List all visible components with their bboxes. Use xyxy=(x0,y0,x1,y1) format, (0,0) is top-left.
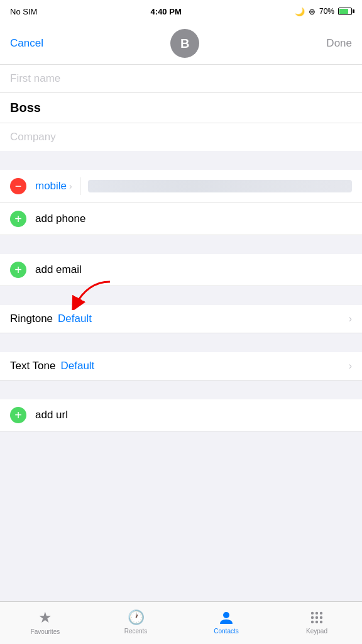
svg-point-7 xyxy=(320,616,322,618)
status-bar: No SIM 4:40 PM 🌙 ⊕ 70% xyxy=(0,0,362,23)
ringtone-label: Ringtone xyxy=(10,313,53,325)
tab-keypad[interactable]: Keypad xyxy=(272,609,362,635)
phone-number-field[interactable] xyxy=(88,180,352,192)
add-phone-row[interactable]: + add phone xyxy=(0,203,362,235)
text-tone-section: Text Tone Default › xyxy=(0,352,362,380)
status-indicators: 🌙 ⊕ 70% xyxy=(295,7,352,16)
mobile-chevron: › xyxy=(69,181,72,191)
recents-label: Recents xyxy=(124,628,148,635)
wifi-icon: ⊕ xyxy=(309,7,315,16)
text-tone-chevron: › xyxy=(349,360,352,372)
time-label: 4:40 PM xyxy=(151,7,182,16)
tab-contacts[interactable]: Contacts xyxy=(181,609,272,635)
add-phone-button[interactable]: + xyxy=(10,211,26,227)
url-section: + add url xyxy=(0,399,362,431)
svg-point-5 xyxy=(311,616,314,618)
svg-point-1 xyxy=(223,612,229,618)
ringtone-value: Default xyxy=(58,313,92,325)
remove-phone-button[interactable]: − xyxy=(10,178,26,194)
add-url-label: add url xyxy=(35,409,68,421)
svg-point-10 xyxy=(320,620,322,623)
ringtone-section: Ringtone Default › xyxy=(0,305,362,333)
svg-point-4 xyxy=(320,611,322,614)
section-divider-5 xyxy=(0,380,362,399)
first-name-placeholder: First name xyxy=(10,72,60,84)
text-tone-value: Default xyxy=(60,360,94,372)
add-url-button[interactable]: + xyxy=(10,407,26,423)
cancel-button[interactable]: Cancel xyxy=(10,37,43,50)
last-name-field[interactable]: Boss xyxy=(0,93,362,123)
section-divider-6 xyxy=(0,431,362,469)
add-phone-label: add phone xyxy=(35,213,85,225)
keypad-label: Keypad xyxy=(306,628,327,635)
ringtone-left: Ringtone Default xyxy=(10,313,92,325)
svg-point-9 xyxy=(315,620,318,623)
svg-point-6 xyxy=(315,616,318,618)
last-name-value: Boss xyxy=(10,101,41,114)
text-tone-left: Text Tone Default xyxy=(10,360,94,372)
content-area: First name Boss Company − mobile › + add… xyxy=(0,65,362,512)
mobile-label[interactable]: mobile › xyxy=(35,180,72,192)
name-section: First name Boss Company xyxy=(0,65,362,151)
svg-point-3 xyxy=(315,611,318,614)
text-tone-row[interactable]: Text Tone Default › xyxy=(0,352,362,380)
text-tone-label: Text Tone xyxy=(10,360,55,372)
email-section: + add email xyxy=(0,254,362,286)
phone-divider xyxy=(80,177,80,195)
contacts-label: Contacts xyxy=(214,628,238,635)
ringtone-chevron: › xyxy=(349,313,352,325)
moon-icon: 🌙 xyxy=(295,7,305,16)
carrier-label: No SIM xyxy=(10,7,37,16)
recents-icon: 🕐 xyxy=(128,609,145,626)
keypad-icon xyxy=(309,609,325,626)
section-divider-4 xyxy=(0,333,362,352)
company-field[interactable]: Company xyxy=(0,123,362,151)
battery-icon xyxy=(338,8,352,15)
add-email-button[interactable]: + xyxy=(10,262,26,278)
add-email-row[interactable]: + add email xyxy=(0,254,362,286)
tab-recents[interactable]: 🕐 Recents xyxy=(90,609,181,635)
svg-point-8 xyxy=(311,620,314,623)
section-divider-1 xyxy=(0,151,362,170)
done-button[interactable]: Done xyxy=(326,37,352,50)
ringtone-row[interactable]: Ringtone Default › xyxy=(0,305,362,333)
avatar: B xyxy=(170,29,199,58)
tab-favourites[interactable]: ★ Favourites xyxy=(0,609,90,635)
phone-section: − mobile › + add phone xyxy=(0,170,362,235)
svg-point-2 xyxy=(311,611,314,614)
first-name-field[interactable]: First name xyxy=(0,65,362,93)
contacts-icon xyxy=(218,609,234,626)
add-url-row[interactable]: + add url xyxy=(0,399,362,431)
add-email-label: add email xyxy=(35,264,82,276)
company-placeholder: Company xyxy=(10,131,56,143)
section-divider-2 xyxy=(0,235,362,254)
favourites-label: Favourites xyxy=(31,628,60,635)
tab-bar: ★ Favourites 🕐 Recents Contacts Keypad xyxy=(0,601,362,644)
battery-percent: 70% xyxy=(319,7,334,16)
nav-header: Cancel B Done xyxy=(0,23,362,65)
favourites-icon: ★ xyxy=(38,609,52,626)
section-divider-3 xyxy=(0,286,362,305)
phone-row: − mobile › xyxy=(0,170,362,203)
